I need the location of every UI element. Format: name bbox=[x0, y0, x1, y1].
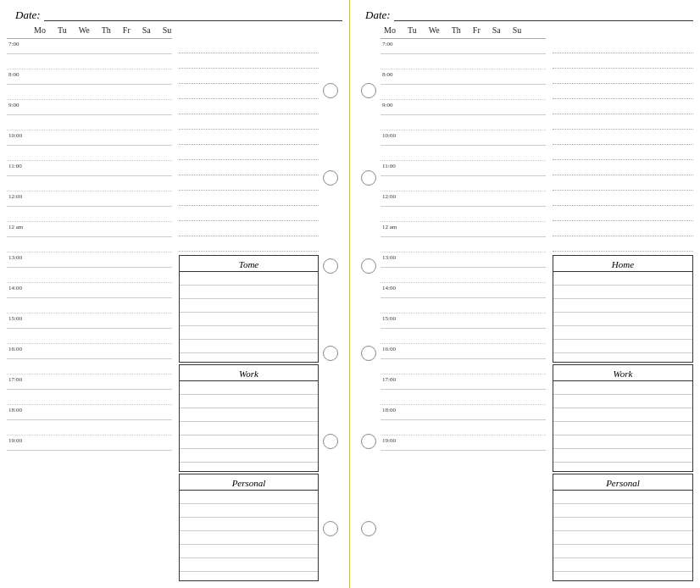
date-label-left: Date: bbox=[15, 8, 41, 22]
time-row bbox=[7, 420, 172, 435]
category-title-tome: Tome bbox=[180, 256, 318, 272]
time-row bbox=[381, 390, 546, 405]
time-row: 18:00 bbox=[7, 405, 172, 420]
category-lines-personal-right bbox=[553, 491, 692, 580]
page-left: Date: Mo Tu We Th Fr Sa Su 7:00 8:00 9:0… bbox=[0, 0, 350, 588]
category-box-work-right: Work bbox=[553, 364, 693, 472]
ring bbox=[323, 170, 338, 186]
date-label-right: Date: bbox=[365, 8, 391, 22]
ring bbox=[361, 170, 376, 186]
note-line[interactable] bbox=[553, 53, 693, 69]
category-title-personal-right: Personal bbox=[553, 474, 692, 491]
note-line[interactable] bbox=[179, 53, 319, 69]
time-row bbox=[381, 359, 546, 374]
category-box-personal-right: Personal bbox=[553, 474, 693, 581]
note-line[interactable] bbox=[553, 130, 693, 145]
ring bbox=[361, 258, 376, 274]
note-line[interactable] bbox=[179, 84, 319, 99]
note-line[interactable] bbox=[553, 145, 693, 160]
note-line[interactable] bbox=[179, 145, 319, 160]
time-row: 14:00 bbox=[381, 283, 546, 298]
note-line[interactable] bbox=[179, 160, 319, 175]
time-row: 9:00 bbox=[381, 100, 546, 115]
note-line[interactable] bbox=[179, 130, 319, 145]
time-row: 19:00 bbox=[7, 435, 172, 451]
note-line[interactable] bbox=[553, 160, 693, 175]
day-mo-left: Mo bbox=[34, 25, 46, 35]
category-lines-home bbox=[553, 272, 692, 362]
time-row bbox=[381, 115, 546, 130]
note-line[interactable] bbox=[179, 38, 319, 53]
category-box-personal-left: Personal bbox=[179, 474, 319, 581]
time-row: 13:00 bbox=[7, 252, 172, 268]
day-fr-left: Fr bbox=[123, 25, 131, 35]
day-sa-right: Sa bbox=[492, 25, 501, 35]
time-row bbox=[7, 329, 172, 344]
note-line[interactable] bbox=[553, 114, 693, 130]
ring bbox=[361, 346, 376, 361]
time-row: 16:00 bbox=[7, 344, 172, 359]
category-lines-tome bbox=[180, 272, 318, 362]
note-line[interactable] bbox=[553, 84, 693, 99]
ring bbox=[323, 521, 338, 536]
time-row bbox=[381, 85, 546, 100]
time-row bbox=[381, 146, 546, 161]
category-lines-personal-left bbox=[180, 491, 318, 580]
rings-col-right bbox=[357, 38, 381, 581]
time-row: 9:00 bbox=[7, 100, 172, 115]
time-row: 13:00 bbox=[381, 252, 546, 268]
content-left: 7:00 8:00 9:00 10:00 11:00 12:00 12 am 1… bbox=[7, 38, 342, 581]
note-line[interactable] bbox=[179, 236, 319, 252]
date-input-line-right[interactable] bbox=[394, 9, 693, 21]
time-row bbox=[7, 359, 172, 374]
right-col-right: Home Work bbox=[546, 38, 693, 581]
date-input-line-left[interactable] bbox=[44, 9, 342, 21]
note-line[interactable] bbox=[179, 221, 319, 236]
time-row bbox=[7, 268, 172, 283]
day-tu-right: Tu bbox=[408, 25, 417, 35]
time-row: 19:00 bbox=[381, 435, 546, 451]
time-row bbox=[7, 176, 172, 191]
note-line[interactable] bbox=[179, 99, 319, 114]
ring bbox=[361, 83, 376, 98]
day-th-right: Th bbox=[452, 25, 461, 35]
time-row: 7:00 bbox=[7, 39, 172, 54]
category-title-home: Home bbox=[553, 256, 692, 272]
ring bbox=[323, 434, 338, 449]
time-row bbox=[381, 298, 546, 313]
time-row: 17:00 bbox=[7, 374, 172, 390]
day-mo-right: Mo bbox=[384, 25, 396, 35]
note-line[interactable] bbox=[179, 206, 319, 221]
time-row bbox=[381, 207, 546, 222]
time-row: 15:00 bbox=[7, 313, 172, 329]
time-row bbox=[381, 176, 546, 191]
note-line[interactable] bbox=[553, 38, 693, 53]
day-fr-right: Fr bbox=[473, 25, 481, 35]
category-title-work-left: Work bbox=[180, 365, 318, 381]
note-line[interactable] bbox=[553, 236, 693, 252]
time-row bbox=[7, 237, 172, 252]
note-line[interactable] bbox=[553, 221, 693, 236]
note-line[interactable] bbox=[553, 206, 693, 221]
time-row: 17:00 bbox=[381, 374, 546, 390]
time-row: 11:00 bbox=[7, 161, 172, 176]
time-row bbox=[7, 298, 172, 313]
note-line[interactable] bbox=[179, 114, 319, 130]
day-th-left: Th bbox=[102, 25, 111, 35]
ring bbox=[323, 83, 338, 98]
time-row bbox=[381, 268, 546, 283]
note-line[interactable] bbox=[553, 175, 693, 191]
note-line[interactable] bbox=[179, 175, 319, 191]
note-line[interactable] bbox=[179, 69, 319, 84]
ring bbox=[361, 521, 376, 536]
rings-col-left bbox=[319, 38, 342, 581]
time-row: 12:00 bbox=[381, 191, 546, 207]
schedule-col-left: 7:00 8:00 9:00 10:00 11:00 12:00 12 am 1… bbox=[7, 38, 172, 581]
note-line[interactable] bbox=[179, 191, 319, 206]
time-row: 14:00 bbox=[7, 283, 172, 298]
note-line[interactable] bbox=[553, 99, 693, 114]
time-row: 16:00 bbox=[381, 344, 546, 359]
time-row: 18:00 bbox=[381, 405, 546, 420]
note-line[interactable] bbox=[553, 69, 693, 84]
note-line[interactable] bbox=[553, 191, 693, 206]
